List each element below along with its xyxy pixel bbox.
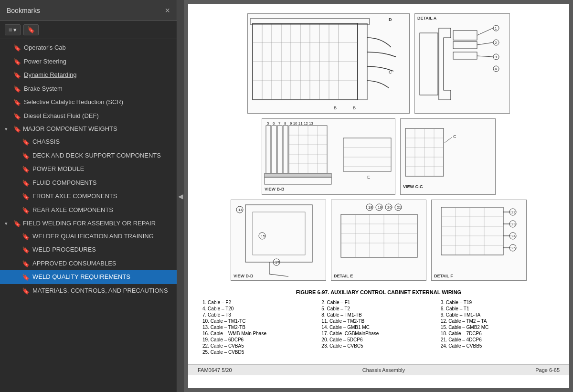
expand-toggle-icon: ▾ xyxy=(5,126,11,132)
main-content: B B C D DETAIL A xyxy=(184,0,573,392)
footer-right: Page 6-65 xyxy=(535,367,560,373)
svg-rect-34 xyxy=(420,33,438,95)
svg-text:7: 7 xyxy=(278,121,281,126)
svg-text:4: 4 xyxy=(495,67,497,71)
svg-rect-87 xyxy=(341,214,417,257)
bookmark-item-power-steering[interactable]: 🔖 Power Steering xyxy=(0,55,177,69)
legend-item: 6. Cable – T1 xyxy=(441,306,555,311)
diagram-row-middle: 5 6 7 8 9 10 11 12 13 xyxy=(202,118,555,195)
bookmark-item-weld-quality[interactable]: 🔖 WELD QUALITY REQUIREMENTS xyxy=(0,270,177,284)
footer-center: Chassis Assembly xyxy=(362,367,405,373)
legend-item: 25. Cable – CVBD5 xyxy=(202,350,317,355)
legend-area: 1. Cable – F22. Cable – F13. Cable – T19… xyxy=(202,300,555,355)
bookmark-icon: 🔖 xyxy=(22,233,30,241)
bookmark-item-deck-support[interactable]: 🔖 DECK AND DECK SUPPORT COMPONENTS xyxy=(0,149,177,163)
svg-text:E: E xyxy=(367,175,370,180)
svg-rect-31 xyxy=(453,52,477,59)
bookmark-item-power-module[interactable]: 🔖 POWER MODULE xyxy=(0,162,177,176)
svg-text:5: 5 xyxy=(267,121,269,126)
section-field-welding[interactable]: ▾ 🔖 FIELD WELDING FOR ASSEMBLY OR REPAIR xyxy=(0,217,177,230)
view-dd-drawing: 14 15 17 VIEW D-D xyxy=(231,200,326,281)
bookmark-item-weld-procedures[interactable]: 🔖 WELD PROCEDURES xyxy=(0,243,177,257)
bookmark-label: REAR AXLE COMPONENTS xyxy=(32,206,172,214)
legend-item: 11. Cable – TM2-TB xyxy=(321,318,435,324)
legend-item: 10. Cable – TM1-TC xyxy=(202,318,317,324)
bookmark-icon: 🔖 xyxy=(22,192,30,201)
bookmark-label: WELD PROCEDURES xyxy=(32,245,172,254)
bookmark-item-fluid-components[interactable]: 🔖 FLUID COMPONENTS xyxy=(0,176,177,190)
bookmark-item-welder-qual[interactable]: 🔖 WELDER QUALIFICATION AND TRAINING xyxy=(0,230,177,244)
legend-item: 8. Cable – TM1-TB xyxy=(321,312,435,318)
bookmark-item-approved-consumables[interactable]: 🔖 APPROVED CONSUMABLES xyxy=(0,257,177,271)
chevron-left-icon: ◀ xyxy=(178,192,183,200)
svg-rect-73 xyxy=(253,212,305,255)
svg-text:8: 8 xyxy=(284,121,286,126)
bookmark-label: WELDER QUALIFICATION AND TRAINING xyxy=(32,232,172,241)
svg-text:D: D xyxy=(389,17,392,22)
bookmark-item-brake-system[interactable]: 🔖 Brake System xyxy=(0,82,177,96)
collapse-sidebar-handle[interactable]: ◀ xyxy=(177,0,184,392)
svg-text:17: 17 xyxy=(275,260,279,265)
legend-item: 7. Cable – T3 xyxy=(202,312,317,318)
legend-item: 12. Cable – TM2 – TA xyxy=(441,318,555,324)
bookmark-item-scr[interactable]: 🔖 Selective Catalytic Reduction (SCR) xyxy=(0,95,177,109)
svg-text:23: 23 xyxy=(511,222,516,226)
bookmark-label: Operator's Cab xyxy=(24,43,172,52)
svg-text:22: 22 xyxy=(511,210,516,214)
bookmark-label: Selective Catalytic Reduction (SCR) xyxy=(24,98,172,106)
svg-rect-41 xyxy=(272,126,276,173)
bookmark-item-front-axle[interactable]: 🔖 FRONT AXLE COMPONENTS xyxy=(0,190,177,203)
legend-item: 23. Cable – CVBC5 xyxy=(321,343,435,349)
bookmark-icon: 🔖 xyxy=(22,138,30,147)
legend-item: 3. Cable – T19 xyxy=(441,300,555,305)
close-button[interactable]: × xyxy=(165,6,170,15)
legend-item: 16. Cable – WMB Main Phase xyxy=(202,331,317,336)
svg-rect-54 xyxy=(343,138,391,171)
svg-rect-42 xyxy=(277,126,282,173)
pdf-page[interactable]: B B C D DETAIL A xyxy=(188,4,569,388)
bookmark-item-chassis[interactable]: 🔖 CHASSIS xyxy=(0,135,177,149)
legend-item: 2. Cable – F1 xyxy=(321,300,435,305)
view-bb-drawing: 5 6 7 8 9 10 11 12 13 xyxy=(262,118,395,195)
footer-left: FAM0647 5/20 xyxy=(198,367,232,373)
bookmark-item-operators-cab[interactable]: 🔖 Operator's Cab xyxy=(0,41,177,55)
svg-text:3: 3 xyxy=(495,55,497,59)
view-options-button[interactable]: ≡ ▾ xyxy=(5,24,21,35)
bookmark-icon: 🔖 xyxy=(13,220,21,227)
svg-text:B: B xyxy=(353,106,356,110)
list-icon: ≡ xyxy=(9,26,12,33)
svg-text:VIEW D-D: VIEW D-D xyxy=(233,274,254,278)
svg-text:25: 25 xyxy=(511,246,516,250)
detail-a-drawing: DETAIL A 1 2 3 xyxy=(414,13,510,114)
bookmark-icon: 🔖 xyxy=(22,165,30,174)
bookmark-item-materials-controls[interactable]: 🔖 MATERIALS, CONTROLS, AND PRECAUTIONS xyxy=(0,284,177,298)
bookmark-label: WELD QUALITY REQUIREMENTS xyxy=(32,273,172,281)
svg-text:19: 19 xyxy=(378,205,382,210)
legend-item: 19. Cable – 6DCP6 xyxy=(202,337,317,342)
bookmark-icon: 🔖 xyxy=(13,98,21,107)
svg-text:20: 20 xyxy=(387,205,392,210)
detail-f-drawing: 22 23 24 25 xyxy=(431,200,527,281)
svg-text:14: 14 xyxy=(238,208,243,212)
svg-rect-40 xyxy=(266,126,271,173)
bookmark-icon: 🔖 xyxy=(22,273,30,282)
svg-text:15: 15 xyxy=(261,234,265,238)
section-major-component-weights[interactable]: ▾ 🔖 MAJOR COMPONENT WEIGHTS xyxy=(0,123,177,135)
bookmark-icon-button[interactable]: 🔖 xyxy=(23,24,39,35)
svg-rect-72 xyxy=(245,205,312,262)
svg-text:VIEW C-C: VIEW C-C xyxy=(403,184,423,189)
svg-text:6: 6 xyxy=(273,121,275,126)
bookmark-item-rear-axle[interactable]: 🔖 REAR AXLE COMPONENTS xyxy=(0,203,177,217)
bookmark-item-dynamic-retarding[interactable]: 🔖 Dynamic Retarding xyxy=(0,68,177,82)
bookmark-item-def[interactable]: 🔖 Diesel Exhaust Fluid (DEF) xyxy=(0,109,177,123)
bookmark-icon: 🔖 xyxy=(22,152,30,160)
svg-text:DETAIL E: DETAIL E xyxy=(334,274,353,278)
bookmark-icon: 🔖 xyxy=(13,58,21,66)
svg-text:DETAIL A: DETAIL A xyxy=(417,16,437,21)
svg-line-26 xyxy=(477,42,493,45)
svg-text:C: C xyxy=(453,134,456,139)
svg-text:DETAIL F: DETAIL F xyxy=(434,274,453,278)
legend-item: 18. Cable – 7DCP6 xyxy=(441,331,555,336)
bookmark-label: Power Steering xyxy=(24,57,172,66)
legend-item: 14. Cable – GMB1 MC xyxy=(321,325,435,330)
